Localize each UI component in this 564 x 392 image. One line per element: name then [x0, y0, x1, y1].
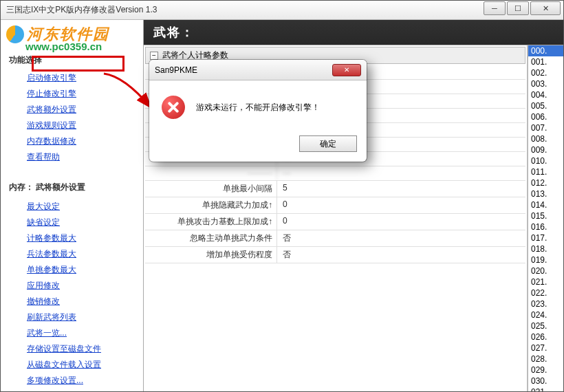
list-item[interactable]: 013. [528, 188, 563, 199]
list-item[interactable]: 010. [528, 155, 563, 166]
close-button[interactable]: ✕ [530, 1, 561, 15]
menu-item[interactable]: 兵法参数最大 [27, 246, 76, 262]
table-row[interactable]: 单挑攻击力基数上限加成↑0 [145, 214, 525, 230]
list-item[interactable]: 009. [528, 144, 563, 155]
property-value[interactable]: 5 [277, 181, 525, 197]
list-item[interactable]: 006. [528, 111, 563, 122]
list-item[interactable]: 002. [528, 67, 563, 78]
list-item[interactable]: 018. [528, 243, 563, 254]
property-label: 单挑攻击力基数上限加成↑ [145, 214, 277, 230]
list-item[interactable]: 008. [528, 133, 563, 144]
list-item[interactable]: 028. [528, 353, 563, 364]
list-item[interactable]: 019. [528, 254, 563, 265]
dialog-message: 游戏未运行，不能开启修改引擎！ [196, 102, 320, 113]
property-value[interactable]: 否 [277, 247, 525, 263]
right-header: 武将： [144, 20, 563, 45]
property-value[interactable]: 0 [277, 214, 525, 230]
menu-item[interactable]: 游戏规则设置 [27, 118, 76, 133]
list-item[interactable]: 000. [528, 45, 563, 56]
list-item[interactable]: 021. [528, 276, 563, 287]
dialog-title: San9PKME [155, 65, 197, 75]
menu-item[interactable]: 刷新武将列表 [27, 309, 76, 325]
list-item[interactable]: 026. [528, 331, 563, 342]
list-item[interactable]: 022. [528, 287, 563, 298]
table-row[interactable]: 单挑隐藏武力加成↑0 [145, 197, 525, 214]
list-item[interactable]: 029. [528, 364, 563, 375]
property-value[interactable]: 否 [277, 230, 525, 246]
menu-item[interactable]: 最大设定 [27, 199, 60, 215]
list-item[interactable]: 016. [528, 221, 563, 232]
list-item[interactable]: 015. [528, 210, 563, 221]
list-item[interactable]: 003. [528, 78, 563, 89]
property-label: 忽略主动单挑武力条件 [145, 230, 277, 246]
minimize-button[interactable]: ─ [484, 1, 506, 15]
dialog-close-button[interactable]: ✕ [332, 64, 361, 76]
dialog-ok-button[interactable]: 确定 [299, 135, 357, 152]
section-label-functions: 功能选择 [9, 54, 138, 66]
property-value[interactable]: 0 [277, 197, 525, 213]
menu-item[interactable]: 计略参数最大 [27, 230, 76, 246]
menu-item[interactable]: 武将额外设置 [27, 102, 76, 118]
list-item[interactable]: 017. [528, 232, 563, 243]
dialog-titlebar: San9PKME ✕ [149, 60, 367, 80]
list-item[interactable]: 001. [528, 56, 563, 67]
list-item[interactable]: 020. [528, 265, 563, 276]
menu-item[interactable]: 武将一览... [27, 325, 67, 341]
menu-item[interactable]: 单挑参数最大 [27, 262, 76, 278]
menu-item[interactable]: 多项修改设置... [27, 373, 83, 389]
window-title: 三国志IX中文PK版内存修改器Version 1.3 [6, 4, 157, 16]
property-label: 增加单挑受伤程度 [145, 247, 277, 263]
list-item[interactable]: 005. [528, 100, 563, 111]
collapse-icon[interactable]: − [150, 52, 158, 60]
memory-menu: 最大设定缺省设定计略参数最大兵法参数最大单挑参数最大应用修改撤销修改刷新武将列表… [27, 199, 138, 389]
table-row[interactable]: ———— [145, 166, 525, 181]
window-titlebar: 三国志IX中文PK版内存修改器Version 1.3 ─ ☐ ✕ [1, 1, 563, 20]
menu-item[interactable]: 从磁盘文件载入设置 [27, 357, 101, 373]
maximize-button[interactable]: ☐ [507, 1, 529, 15]
property-label: 单挑隐藏武力加成↑ [145, 197, 277, 213]
list-item[interactable]: 030. [528, 375, 563, 386]
table-row[interactable]: 增加单挑受伤程度否 [145, 247, 525, 263]
list-item[interactable]: 023. [528, 298, 563, 309]
index-list[interactable]: 000.001.002.003.004.005.006.007.008.009.… [528, 45, 563, 392]
list-item[interactable]: 024. [528, 309, 563, 320]
list-item[interactable]: 031. [528, 386, 563, 392]
list-item[interactable]: 027. [528, 342, 563, 353]
error-dialog: San9PKME ✕ 游戏未运行，不能开启修改引擎！ 确定 [149, 60, 367, 162]
menu-item[interactable]: 应用修改 [27, 278, 60, 294]
list-item[interactable]: 007. [528, 122, 563, 133]
watermark-url: www.pc0359.cn [25, 41, 102, 52]
menu-item[interactable]: 缺省设定 [27, 215, 60, 230]
menu-item[interactable]: 启动修改引擎 [27, 70, 76, 86]
section-label-memory: 内存： 武将额外设置 [9, 182, 138, 193]
property-label: 单挑最小间隔 [145, 181, 277, 197]
function-menu: 启动修改引擎停止修改引擎武将额外设置游戏规则设置内存数据修改查看帮助 [27, 70, 138, 165]
list-item[interactable]: 012. [528, 177, 563, 188]
menu-item[interactable]: 内存数据修改 [27, 133, 76, 149]
list-item[interactable]: 014. [528, 199, 563, 210]
list-item[interactable]: 025. [528, 320, 563, 331]
menu-item[interactable]: 撤销修改 [27, 294, 60, 309]
left-panel: 功能选择 启动修改引擎停止修改引擎武将额外设置游戏规则设置内存数据修改查看帮助 … [1, 20, 144, 391]
list-item[interactable]: 004. [528, 89, 563, 100]
list-item[interactable]: 011. [528, 166, 563, 177]
menu-item[interactable]: 查看帮助 [27, 149, 60, 165]
menu-item[interactable]: 停止修改引擎 [27, 86, 76, 102]
menu-item[interactable]: 存储设置至磁盘文件 [27, 341, 101, 357]
table-row[interactable]: 忽略主动单挑武力条件否 [145, 230, 525, 247]
table-row[interactable]: 单挑最小间隔5 [145, 181, 525, 197]
error-icon [162, 96, 185, 119]
